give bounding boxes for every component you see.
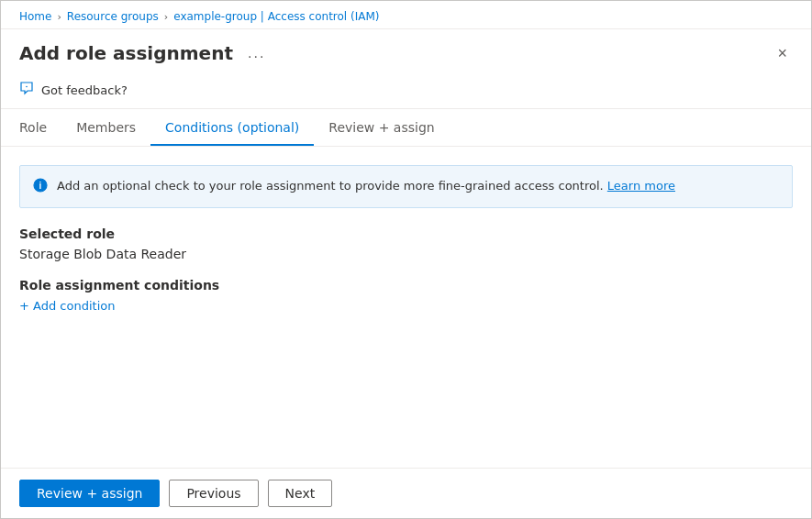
svg-text:i: i [39,181,42,191]
selected-role-value: Storage Blob Data Reader [19,247,793,261]
tab-conditions[interactable]: Conditions (optional) [150,109,314,146]
feedback-text: Got feedback? [41,83,128,97]
panel-title: Add role assignment [19,42,233,64]
selected-role-label: Selected role [19,226,793,241]
tabs-bar: Role Members Conditions (optional) Revie… [1,109,811,147]
review-assign-button[interactable]: Review + assign [19,480,160,507]
info-box: i Add an optional check to your role ass… [19,165,793,208]
panel-header: Add role assignment ... × [1,29,811,73]
tab-members[interactable]: Members [61,109,150,146]
info-icon: i [33,178,48,196]
breadcrumb-example-group[interactable]: example-group | Access control (IAM) [173,10,379,23]
svg-point-0 [26,86,28,88]
breadcrumb-sep-1: › [57,11,61,23]
breadcrumb: Home › Resource groups › example-group |… [1,1,811,29]
previous-button[interactable]: Previous [169,480,258,507]
ellipsis-button[interactable]: ... [242,43,271,63]
breadcrumb-resource-groups[interactable]: Resource groups [67,10,159,23]
close-button[interactable]: × [772,43,793,63]
learn-more-link[interactable]: Learn more [607,179,675,193]
feedback-icon [19,81,34,99]
conditions-label: Role assignment conditions [19,278,793,293]
tab-review-assign[interactable]: Review + assign [314,109,449,146]
add-condition-link[interactable]: + Add condition [19,299,115,313]
add-role-assignment-panel: Home › Resource groups › example-group |… [0,0,812,519]
info-text: Add an optional check to your role assig… [57,177,675,195]
next-button[interactable]: Next [268,480,333,507]
feedback-bar: Got feedback? [1,73,811,109]
breadcrumb-home[interactable]: Home [19,10,51,23]
tab-role[interactable]: Role [19,109,61,146]
footer: Review + assign Previous Next [1,468,811,518]
main-content: i Add an optional check to your role ass… [1,147,811,468]
breadcrumb-sep-2: › [164,11,168,23]
